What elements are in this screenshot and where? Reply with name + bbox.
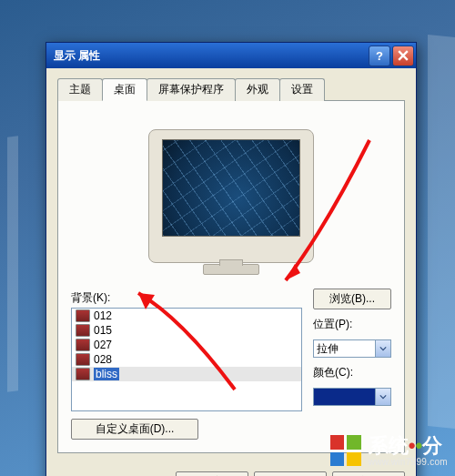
- tab-appearance[interactable]: 外观: [235, 78, 280, 101]
- list-item-label: bliss: [94, 368, 119, 380]
- lower-pane: 背景(K): 012 015 027 028 bliss 自定义桌面(D)...…: [71, 289, 391, 440]
- wallpaper-thumb-icon: [76, 368, 90, 380]
- ok-button[interactable]: 确定: [176, 471, 248, 476]
- chevron-down-icon: [375, 389, 390, 405]
- watermark-suffix: 分: [422, 434, 442, 457]
- watermark-text: 系统••分 www.win7999.com: [369, 435, 448, 467]
- tab-strip: 主题 桌面 屏幕保护程序 外观 设置: [57, 77, 405, 100]
- wallpaper-preview: [117, 114, 345, 278]
- background-label: 背景(K):: [71, 290, 302, 306]
- wallpaper-thumb-icon: [76, 353, 90, 366]
- wallpaper-thumb-icon: [76, 339, 90, 351]
- list-item[interactable]: 028: [72, 352, 301, 367]
- titlebar[interactable]: 显示 属性 ?: [46, 43, 416, 68]
- dialog-client: 主题 桌面 屏幕保护程序 外观 设置 背景(K): 0: [46, 68, 416, 464]
- monitor-stand: [203, 264, 259, 275]
- wallpaper-thumb-icon: [76, 324, 90, 337]
- browse-button[interactable]: 浏览(B)...: [313, 289, 391, 309]
- tab-page-desktop: 背景(K): 012 015 027 028 bliss 自定义桌面(D)...…: [57, 100, 405, 453]
- monitor-icon: [148, 129, 314, 263]
- list-item-label: 027: [94, 339, 112, 351]
- wallpaper-thumb-icon: [76, 309, 90, 322]
- display-properties-dialog: 显示 属性 ? 主题 桌面 屏幕保护程序 外观 设置: [46, 42, 417, 476]
- list-item-label: 012: [94, 309, 112, 322]
- watermark-url: www.win7999.com: [369, 457, 448, 467]
- list-item-label: 015: [94, 324, 112, 337]
- tab-screensaver[interactable]: 屏幕保护程序: [147, 78, 236, 101]
- customize-desktop-button[interactable]: 自定义桌面(D)...: [71, 419, 198, 440]
- watermark: 系统••分 www.win7999.com: [330, 435, 448, 467]
- list-item-label: 028: [94, 353, 112, 366]
- close-icon: [398, 50, 409, 61]
- color-swatch: [314, 389, 375, 405]
- apply-button[interactable]: 应用: [332, 471, 405, 476]
- list-item[interactable]: bliss: [72, 367, 301, 381]
- help-button[interactable]: ?: [369, 46, 390, 66]
- desktop-background: 显示 属性 ? 主题 桌面 屏幕保护程序 外观 设置: [0, 0, 455, 476]
- watermark-brand: 系统: [369, 434, 409, 457]
- tab-desktop[interactable]: 桌面: [102, 78, 147, 101]
- background-list[interactable]: 012 015 027 028 bliss: [71, 308, 302, 411]
- list-item[interactable]: 015: [72, 323, 301, 338]
- position-value: 拉伸: [314, 340, 375, 357]
- position-select[interactable]: 拉伸: [313, 339, 391, 358]
- window-title: 显示 属性: [54, 48, 367, 64]
- list-item[interactable]: 027: [72, 338, 301, 352]
- monitor-screen: [162, 139, 300, 237]
- color-select[interactable]: [313, 388, 391, 406]
- chevron-down-icon: [375, 340, 390, 357]
- color-label: 颜色(C):: [313, 365, 391, 380]
- side-column: 浏览(B)... 位置(P): 拉伸 颜色(C):: [313, 289, 391, 440]
- position-label: 位置(P):: [313, 317, 391, 332]
- close-button[interactable]: [392, 46, 414, 66]
- watermark-logo-icon: [330, 435, 361, 466]
- tab-theme[interactable]: 主题: [57, 78, 103, 101]
- cancel-button[interactable]: 取消: [254, 471, 327, 476]
- background-column: 背景(K): 012 015 027 028 bliss 自定义桌面(D)...: [71, 289, 302, 440]
- tab-settings[interactable]: 设置: [279, 78, 325, 101]
- list-item[interactable]: 012: [72, 309, 301, 323]
